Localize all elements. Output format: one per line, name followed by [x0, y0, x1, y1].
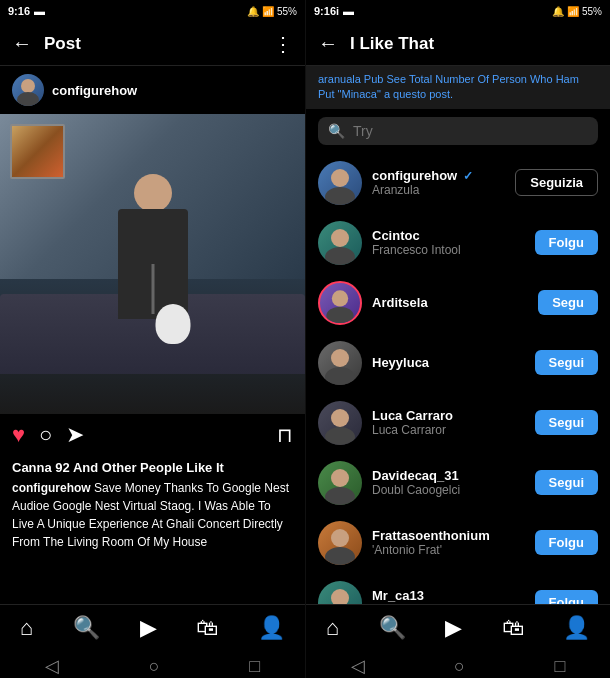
search-input[interactable]	[353, 123, 588, 139]
follow-button[interactable]: Seguizia	[515, 169, 598, 196]
post-user-avatar[interactable]	[12, 74, 44, 106]
follow-button[interactable]: Segu	[538, 290, 598, 315]
like-avatar[interactable]	[318, 281, 362, 325]
follow-button[interactable]: Segui	[535, 350, 598, 375]
like-realname: Doubl Caoogelci	[372, 483, 525, 497]
like-item: configurehow ✓AranzulaSeguizia	[306, 153, 610, 213]
home-system-btn[interactable]: ○	[149, 656, 160, 677]
follow-button[interactable]: Folgu	[535, 530, 598, 555]
nest-device	[155, 304, 190, 344]
left-status-bar: 9:16 ▬ 🔔 📶 55%	[0, 0, 305, 22]
back-system-btn[interactable]: ◁	[45, 655, 59, 677]
right-back-btn[interactable]: ◁	[351, 655, 365, 677]
right-home-btn[interactable]: ○	[454, 656, 465, 677]
right-profile-icon[interactable]: 👤	[563, 615, 590, 641]
shop-nav-icon[interactable]: 🛍	[196, 615, 218, 641]
post-actions: ♥ ○ ➤ ⊓	[0, 414, 305, 456]
follow-button[interactable]: Folgu	[535, 230, 598, 255]
svg-point-8	[331, 349, 349, 367]
right-reels-icon[interactable]: ▶	[445, 615, 462, 641]
like-info: Heyyluca	[372, 355, 525, 370]
likes-list: configurehow ✓AranzulaSeguiziaCcintocFra…	[306, 153, 610, 604]
like-username[interactable]: Frattasoenthonium	[372, 528, 525, 543]
likes-count: Canna 92 And Other People Like It	[12, 460, 293, 475]
like-username[interactable]: Mr_ca13	[372, 588, 525, 603]
right-panel: 9:16i ▬ 🔔 📶 55% ← I Like That aranuala P…	[305, 0, 610, 678]
like-avatar[interactable]	[318, 221, 362, 265]
like-realname: Aranzula	[372, 183, 505, 197]
like-avatar[interactable]	[318, 401, 362, 445]
search-nav-icon[interactable]: 🔍	[73, 615, 100, 641]
svg-point-1	[17, 92, 39, 106]
like-item: ArditselaSegu	[306, 273, 610, 333]
follow-button[interactable]: Segui	[535, 410, 598, 435]
bookmark-button[interactable]: ⊓	[277, 423, 293, 447]
right-system-nav: ◁ ○ □	[306, 654, 610, 678]
like-item: Luca CarraroLuca CarrarorSegui	[306, 393, 610, 453]
info-banner: aranuala Pub See Total Number Of Person …	[306, 66, 610, 109]
like-username[interactable]: configurehow ✓	[372, 168, 505, 183]
like-info: CcintocFrancesco Intool	[372, 228, 525, 257]
like-username[interactable]: Luca Carraro	[372, 408, 525, 423]
right-recents-btn[interactable]: □	[554, 656, 565, 677]
like-username[interactable]: Davidecaq_31	[372, 468, 525, 483]
right-back-button[interactable]: ←	[318, 32, 338, 55]
profile-nav-icon[interactable]: 👤	[258, 615, 285, 641]
svg-point-15	[325, 547, 355, 565]
right-title: I Like That	[350, 34, 598, 54]
like-avatar[interactable]	[318, 581, 362, 604]
like-item: CcintocFrancesco IntoolFolgu	[306, 213, 610, 273]
like-avatar[interactable]	[318, 161, 362, 205]
home-nav-icon[interactable]: ⌂	[20, 615, 33, 641]
svg-point-12	[331, 469, 349, 487]
right-shop-icon[interactable]: 🛍	[502, 615, 524, 641]
svg-point-7	[326, 306, 353, 322]
left-status-icons: 🔔 📶 55%	[247, 6, 297, 17]
person-figure	[103, 174, 203, 374]
like-item: Davidecaq_31Doubl CaoogelciSegui	[306, 453, 610, 513]
left-top-bar: ← Post ⋮	[0, 22, 305, 66]
like-info: Davidecaq_31Doubl Caoogelci	[372, 468, 525, 497]
post-caption: Canna 92 And Other People Like It config…	[0, 456, 305, 604]
like-info: configurehow ✓Aranzula	[372, 168, 505, 197]
svg-point-16	[331, 589, 349, 604]
like-info: Arditsela	[372, 295, 528, 310]
post-user-header: configurehow	[0, 66, 305, 114]
svg-point-11	[325, 427, 355, 445]
right-home-icon[interactable]: ⌂	[326, 615, 339, 641]
follow-button[interactable]: Segui	[535, 470, 598, 495]
svg-point-9	[325, 367, 355, 385]
like-username[interactable]: Heyyluca	[372, 355, 525, 370]
svg-point-14	[331, 529, 349, 547]
right-bottom-nav: ⌂ 🔍 ▶ 🛍 👤	[306, 604, 610, 654]
like-realname: Luca Carraror	[372, 423, 525, 437]
like-info: Luca CarraroLuca Carraror	[372, 408, 525, 437]
svg-point-10	[331, 409, 349, 427]
like-username[interactable]: Ccintoc	[372, 228, 525, 243]
left-back-button[interactable]: ←	[12, 32, 32, 55]
post-image	[0, 114, 305, 414]
follow-button[interactable]: Folgu	[535, 590, 598, 604]
like-avatar[interactable]	[318, 461, 362, 505]
like-info: Frattasoenthonium'Antonio Frat'	[372, 528, 525, 557]
like-item: HeyylucaSegui	[306, 333, 610, 393]
like-avatar[interactable]	[318, 521, 362, 565]
like-username[interactable]: Arditsela	[372, 295, 528, 310]
comment-button[interactable]: ○	[39, 422, 52, 448]
right-search-icon[interactable]: 🔍	[379, 615, 406, 641]
svg-point-0	[21, 79, 35, 93]
svg-point-6	[332, 290, 348, 306]
like-avatar[interactable]	[318, 341, 362, 385]
left-time: 9:16 ▬	[8, 5, 45, 17]
svg-point-13	[325, 487, 355, 505]
more-button[interactable]: ⋮	[273, 32, 293, 56]
share-button[interactable]: ➤	[66, 422, 84, 448]
right-top-bar: ← I Like That	[306, 22, 610, 66]
recents-system-btn[interactable]: □	[249, 656, 260, 677]
search-bar[interactable]: 🔍	[318, 117, 598, 145]
post-username[interactable]: configurehow	[52, 83, 137, 98]
reels-nav-icon[interactable]: ▶	[140, 615, 157, 641]
like-realname: Francesco Intool	[372, 243, 525, 257]
like-button[interactable]: ♥	[12, 422, 25, 448]
left-bottom-nav: ⌂ 🔍 ▶ 🛍 👤	[0, 604, 305, 654]
